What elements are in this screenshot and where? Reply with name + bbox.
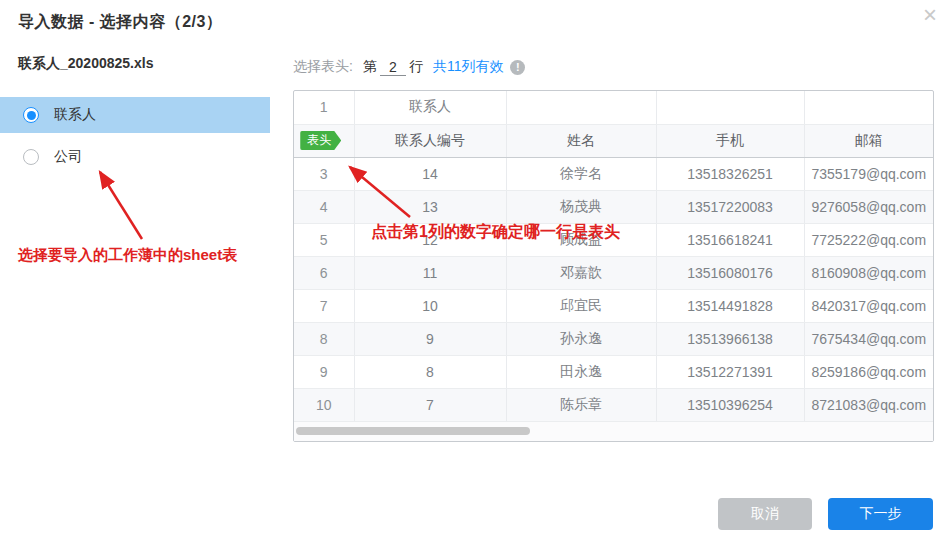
table-row: 3 14 徐学名 13518326251 7355179@qq.com — [294, 157, 933, 190]
row-number-cell[interactable]: 7 — [294, 289, 354, 322]
table-row: 9 8 田永逸 13512271391 8259186@qq.com — [294, 355, 933, 388]
table-cell: 手机 — [656, 124, 804, 157]
data-grid: 1 联系人 表头 联系人编号 姓名 手机 邮箱 3 14 徐学名 1351832… — [294, 91, 933, 422]
table-cell: 姓名 — [506, 124, 656, 157]
table-row: 6 11 邓嘉歆 13516080176 8160908@qq.com — [294, 256, 933, 289]
table-cell: 13513966138 — [656, 322, 804, 355]
table-cell — [804, 91, 933, 124]
preview-table: 1 联系人 表头 联系人编号 姓名 手机 邮箱 3 14 徐学名 1351832… — [293, 90, 934, 442]
table-cell — [506, 91, 656, 124]
table-row: 8 9 孙永逸 13513966138 7675434@qq.com — [294, 322, 933, 355]
sheet-item-contacts[interactable]: 联系人 — [0, 97, 270, 133]
table-cell — [656, 91, 804, 124]
radio-selected-icon — [23, 107, 39, 123]
row-number-cell[interactable]: 9 — [294, 355, 354, 388]
horizontal-scrollbar-thumb[interactable] — [296, 427, 530, 435]
table-cell: 13516080176 — [656, 256, 804, 289]
source-filename: 联系人_20200825.xls — [18, 55, 153, 73]
header-badge[interactable]: 表头 — [300, 131, 341, 150]
table-cell: 13510396254 — [656, 388, 804, 421]
table-cell: 14 — [354, 157, 506, 190]
table-cell: 7355179@qq.com — [804, 157, 933, 190]
table-cell: 徐学名 — [506, 157, 656, 190]
table-cell: 7 — [354, 388, 506, 421]
valid-columns-link[interactable]: 共11列有效 — [433, 58, 504, 76]
table-cell: 13 — [354, 190, 506, 223]
header-row-input[interactable]: 2 — [380, 59, 406, 76]
table-cell: 杨茂典 — [506, 190, 656, 223]
table-cell: 13518326251 — [656, 157, 804, 190]
sheet-item-label: 公司 — [54, 148, 82, 166]
table-cell: 邓嘉歆 — [506, 256, 656, 289]
row-suffix: 行 — [409, 58, 423, 76]
radio-unselected-icon — [23, 149, 39, 165]
table-cell: 10 — [354, 289, 506, 322]
row-prefix: 第 — [363, 58, 377, 76]
import-data-dialog: 导入数据 - 选择内容（2/3） × 联系人_20200825.xls 联系人 … — [0, 0, 950, 544]
table-cell: 8160908@qq.com — [804, 256, 933, 289]
header-select-bar: 选择表头: 第 2 行 共11列有效 ! — [293, 56, 525, 78]
table-row: 4 13 杨茂典 13517220083 9276058@qq.com — [294, 190, 933, 223]
table-cell: 田永逸 — [506, 355, 656, 388]
table-cell: 联系人编号 — [354, 124, 506, 157]
sheet-item-label: 联系人 — [54, 106, 96, 124]
table-cell: 8721083@qq.com — [804, 388, 933, 421]
close-icon[interactable]: × — [923, 0, 937, 30]
sheet-annotation-text: 选择要导入的工作薄中的sheet表 — [18, 246, 237, 265]
table-cell: 7725222@qq.com — [804, 223, 933, 256]
row-number-cell[interactable]: 10 — [294, 388, 354, 421]
table-cell: 13517220083 — [656, 190, 804, 223]
table-cell: 11 — [354, 256, 506, 289]
table-cell: 联系人 — [354, 91, 506, 124]
row-number-cell[interactable]: 6 — [294, 256, 354, 289]
cancel-button[interactable]: 取消 — [718, 498, 812, 530]
arrow-to-sheet-list — [100, 172, 142, 239]
table-cell: 8420317@qq.com — [804, 289, 933, 322]
row-number-cell[interactable]: 5 — [294, 223, 354, 256]
table-cell: 8 — [354, 355, 506, 388]
table-cell: 陈乐章 — [506, 388, 656, 421]
table-cell: 8259186@qq.com — [804, 355, 933, 388]
table-cell: 9276058@qq.com — [804, 190, 933, 223]
row-number-cell[interactable]: 4 — [294, 190, 354, 223]
table-cell: 13514491828 — [656, 289, 804, 322]
table-annotation-text: 点击第1列的数字确定哪一行是表头 — [371, 222, 620, 243]
table-cell: 孙永逸 — [506, 322, 656, 355]
dialog-title: 导入数据 - 选择内容（2/3） — [18, 12, 222, 33]
table-header-row: 表头 联系人编号 姓名 手机 邮箱 — [294, 124, 933, 157]
horizontal-scrollbar-track — [294, 422, 933, 441]
info-icon[interactable]: ! — [510, 60, 525, 75]
row-number-cell[interactable]: 3 — [294, 157, 354, 190]
sheet-item-company[interactable]: 公司 — [0, 139, 270, 175]
table-cell: 13512271391 — [656, 355, 804, 388]
table-cell: 邮箱 — [804, 124, 933, 157]
next-step-button[interactable]: 下一步 — [828, 498, 933, 530]
header-select-label: 选择表头: — [293, 58, 353, 76]
table-row: 10 7 陈乐章 13510396254 8721083@qq.com — [294, 388, 933, 421]
table-row: 1 联系人 — [294, 91, 933, 124]
table-cell: 7675434@qq.com — [804, 322, 933, 355]
row-number-cell[interactable]: 1 — [294, 91, 354, 124]
table-cell: 9 — [354, 322, 506, 355]
table-cell: 13516618241 — [656, 223, 804, 256]
table-cell: 邱宜民 — [506, 289, 656, 322]
header-badge-cell[interactable]: 表头 — [294, 124, 354, 157]
table-row: 7 10 邱宜民 13514491828 8420317@qq.com — [294, 289, 933, 322]
row-number-cell[interactable]: 8 — [294, 322, 354, 355]
